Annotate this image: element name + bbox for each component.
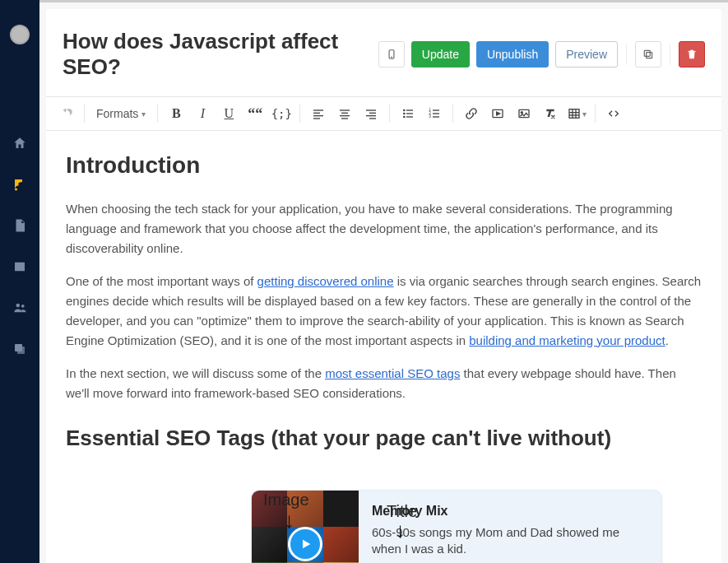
- svg-rect-25: [406, 116, 413, 117]
- page-header: How does Javascript affect SEO? Update U…: [46, 9, 721, 96]
- table-button[interactable]: ▾: [565, 102, 588, 125]
- italic-button[interactable]: I: [191, 102, 214, 125]
- undo-button[interactable]: [54, 102, 77, 125]
- delete-button[interactable]: [679, 41, 705, 67]
- svg-point-20: [403, 109, 406, 112]
- arrow-icon: ↓: [284, 509, 294, 531]
- diagram: Image Title ↓ ↓: [66, 490, 702, 563]
- svg-rect-6: [647, 53, 652, 58]
- blockquote-button[interactable]: ““: [243, 102, 267, 125]
- heading-intro: Introduction: [66, 147, 702, 184]
- source-code-button[interactable]: [602, 102, 625, 125]
- link-button[interactable]: [460, 102, 483, 125]
- stack-icon[interactable]: [12, 341, 28, 357]
- align-left-button[interactable]: [307, 102, 330, 125]
- svg-marker-33: [497, 112, 500, 115]
- editor-content[interactable]: Introduction When choosing the tech stac…: [46, 131, 721, 563]
- link-building[interactable]: building and marketing your product: [469, 333, 665, 347]
- paragraph: When choosing the tech stack for your ap…: [66, 199, 702, 258]
- svg-rect-3: [17, 347, 25, 354]
- paragraph: In the next section, we will discuss som…: [66, 364, 702, 403]
- formats-label: Formats: [96, 107, 138, 120]
- top-strip: [39, 0, 728, 2]
- svg-rect-11: [313, 118, 320, 119]
- sidebar: [0, 0, 39, 563]
- link-seo-tags[interactable]: most essential SEO tags: [325, 366, 460, 380]
- svg-rect-12: [340, 109, 350, 110]
- svg-rect-36: [569, 109, 579, 119]
- main-panel: How does Javascript affect SEO? Update U…: [39, 0, 728, 563]
- page-icon[interactable]: [12, 217, 28, 234]
- media-icon[interactable]: [12, 258, 28, 275]
- svg-rect-15: [341, 118, 348, 119]
- svg-rect-8: [313, 109, 323, 110]
- svg-point-24: [403, 116, 406, 119]
- svg-text:3: 3: [429, 114, 432, 119]
- svg-point-35: [522, 112, 523, 114]
- caret-icon: ▾: [141, 109, 146, 119]
- svg-rect-29: [433, 113, 439, 114]
- svg-rect-16: [366, 109, 376, 110]
- svg-rect-17: [369, 113, 376, 114]
- copy-button[interactable]: [635, 41, 661, 67]
- editor: Formats ▾ B I U ““ {;} 123: [46, 96, 721, 563]
- link-discovered[interactable]: getting discovered online: [257, 274, 394, 288]
- image-button[interactable]: [512, 102, 536, 125]
- svg-point-0: [16, 304, 21, 308]
- formats-dropdown[interactable]: Formats ▾: [91, 107, 151, 120]
- home-icon[interactable]: [12, 135, 28, 151]
- avatar[interactable]: [10, 25, 30, 44]
- phone-preview-button[interactable]: [378, 41, 405, 67]
- update-button[interactable]: Update: [411, 41, 470, 67]
- svg-rect-19: [369, 118, 376, 119]
- page-title: How does Javascript affect SEO?: [63, 29, 378, 80]
- clear-format-button[interactable]: [539, 102, 562, 125]
- bold-button[interactable]: B: [165, 102, 188, 125]
- blog-icon[interactable]: [12, 176, 28, 193]
- svg-point-1: [21, 305, 25, 308]
- code-button[interactable]: {;}: [270, 102, 293, 125]
- underline-button[interactable]: U: [217, 102, 240, 125]
- svg-point-22: [403, 113, 406, 115]
- svg-rect-14: [340, 115, 350, 116]
- svg-rect-13: [341, 113, 348, 114]
- svg-rect-23: [406, 113, 413, 114]
- svg-rect-10: [313, 115, 323, 116]
- svg-rect-9: [313, 113, 320, 114]
- align-right-button[interactable]: [359, 102, 383, 125]
- users-icon[interactable]: [12, 300, 28, 316]
- svg-rect-31: [433, 116, 439, 117]
- align-center-button[interactable]: [333, 102, 356, 125]
- svg-marker-41: [303, 540, 310, 549]
- editor-toolbar: Formats ▾ B I U ““ {;} 123: [46, 97, 721, 131]
- bullet-list-button[interactable]: [396, 102, 420, 125]
- unpublish-button[interactable]: Unpublish: [476, 41, 549, 67]
- svg-rect-21: [406, 109, 413, 110]
- paragraph: One of the most important ways of gettin…: [66, 272, 702, 351]
- svg-rect-7: [644, 50, 650, 56]
- heading-tags: Essential SEO Tags (that your page can't…: [66, 421, 702, 456]
- arrow-icon: ↓: [395, 519, 406, 541]
- svg-rect-27: [433, 109, 439, 110]
- svg-rect-18: [366, 115, 376, 116]
- numbered-list-button[interactable]: 123: [423, 102, 446, 125]
- preview-card: Memory Mix 60s-90s songs my Mom and Dad …: [251, 490, 662, 563]
- preview-card-desc: 60s-90s songs my Mom and Dad showed me w…: [372, 524, 648, 558]
- video-button[interactable]: [486, 102, 509, 125]
- preview-button[interactable]: Preview: [555, 41, 618, 67]
